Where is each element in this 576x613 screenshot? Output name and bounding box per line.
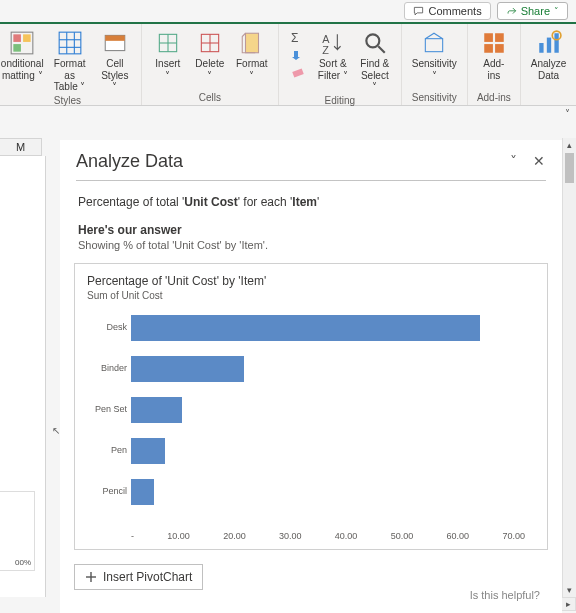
column-header-m[interactable]: M — [0, 138, 42, 156]
addins-button[interactable]: Add-ins — [474, 28, 514, 92]
worksheet-grid[interactable]: 00% — [0, 156, 46, 597]
cell-styles-icon — [102, 30, 128, 56]
svg-rect-24 — [426, 39, 443, 52]
insert-pivotchart-label: Insert PivotChart — [103, 570, 192, 584]
format-icon — [239, 30, 265, 56]
sort-filter-icon: AZ — [320, 30, 346, 56]
sort-filter-button[interactable]: AZ Sort & Filter ˅ — [313, 28, 353, 95]
bar — [131, 315, 480, 341]
vertical-scrollbar[interactable]: ▴ ▾ — [562, 138, 576, 597]
is-helpful-link[interactable]: Is this helpful? — [470, 589, 540, 601]
format-as-table-button[interactable]: Format as Table ˅ — [46, 28, 92, 95]
bar-label: Pencil — [87, 486, 127, 496]
sort-filter-label: Sort & Filter ˅ — [318, 58, 348, 81]
chart-bar-row — [131, 315, 525, 341]
group-label-cells: Cells — [199, 92, 221, 105]
bar-label: Binder — [87, 363, 127, 373]
svg-rect-26 — [495, 33, 504, 42]
conditional-formatting-button[interactable]: onditional matting ˅ — [0, 28, 44, 95]
format-button[interactable]: Format ˅ — [232, 28, 272, 92]
bar-label: Pen — [87, 445, 127, 455]
clear-button[interactable] — [289, 64, 307, 80]
chart-bar-row — [131, 438, 525, 464]
x-axis: -10.0020.0030.0040.0050.0060.0070.00 — [131, 531, 525, 541]
x-tick: 30.00 — [279, 531, 302, 541]
svg-text:Σ: Σ — [291, 32, 298, 44]
analyze-data-label: Analyze Data — [531, 58, 567, 81]
x-tick: 20.00 — [223, 531, 246, 541]
bar-label: Desk — [87, 322, 127, 332]
share-button[interactable]: Share ˅ — [497, 2, 568, 20]
find-select-label: Find & Select ˅ — [359, 58, 391, 93]
cell-styles-button[interactable]: Cell Styles ˅ — [95, 28, 135, 95]
svg-rect-2 — [23, 34, 31, 42]
svg-rect-10 — [105, 35, 125, 40]
find-icon — [362, 30, 388, 56]
x-tick: 70.00 — [502, 531, 525, 541]
svg-point-22 — [366, 34, 379, 47]
delete-icon — [197, 30, 223, 56]
chart-title: Percentage of 'Unit Cost' by 'Item' — [87, 274, 535, 288]
delete-label: Delete ˅ — [195, 58, 224, 81]
sigma-icon: Σ — [291, 32, 305, 44]
close-icon: ✕ — [533, 153, 545, 169]
analyze-data-icon — [536, 30, 562, 56]
pct-text: 00% — [15, 558, 31, 567]
chart-bar-row — [131, 397, 525, 423]
format-as-table-label: Format as Table ˅ — [50, 58, 88, 93]
comments-label: Comments — [428, 5, 481, 17]
group-label-empty — [547, 92, 550, 105]
group-label-editing: Editing — [325, 95, 356, 108]
scroll-up-button[interactable]: ▴ — [563, 138, 576, 152]
sensitivity-button[interactable]: Sensitivity ˅ — [408, 28, 461, 92]
svg-rect-29 — [539, 43, 543, 53]
insert-button[interactable]: Insert ˅ — [148, 28, 188, 92]
analyze-data-button[interactable]: Analyze Data — [527, 28, 571, 92]
svg-rect-3 — [14, 44, 22, 52]
addins-label: Add-ins — [478, 58, 510, 81]
comments-button[interactable]: Comments — [404, 2, 490, 20]
answer-heading: Here's our answer — [60, 223, 562, 239]
svg-text:Z: Z — [322, 44, 329, 56]
query-text: Percentage of total 'Unit Cost' for each… — [60, 195, 562, 223]
bar — [131, 397, 182, 423]
svg-rect-17 — [245, 33, 258, 53]
scroll-thumb[interactable] — [565, 153, 574, 183]
svg-rect-27 — [484, 44, 493, 53]
ribbon-collapse-button[interactable]: ˅ — [565, 108, 570, 119]
chart-card: Percentage of 'Unit Cost' by 'Item' Sum … — [74, 263, 548, 550]
chevron-down-icon: ˅ — [510, 153, 517, 169]
pane-close-button[interactable]: ✕ — [528, 150, 550, 172]
comment-icon — [413, 6, 424, 17]
autosum-button[interactable]: Σ — [289, 30, 307, 46]
svg-rect-30 — [546, 38, 550, 53]
ribbon: onditional matting ˅ Format as Table ˅ C… — [0, 24, 576, 106]
mouse-cursor-icon: ↖ — [52, 425, 60, 436]
q-b2: Item — [292, 195, 317, 209]
insert-pivotchart-button[interactable]: Insert PivotChart — [74, 564, 203, 590]
format-as-table-icon — [57, 30, 83, 56]
bar — [131, 438, 165, 464]
divider — [76, 180, 546, 181]
svg-rect-4 — [59, 32, 81, 54]
share-icon — [506, 6, 517, 17]
analyze-data-pane: Analyze Data ˅ ✕ Percentage of total 'Un… — [60, 140, 562, 613]
q-mid: ' for each ' — [238, 195, 293, 209]
group-label-styles: Styles — [54, 95, 81, 108]
insert-label: Insert ˅ — [155, 58, 180, 81]
svg-rect-19 — [292, 68, 303, 77]
scroll-right-button[interactable]: ▸ — [561, 599, 575, 609]
pane-minimize-button[interactable]: ˅ — [502, 150, 524, 172]
q-pre: Percentage of total ' — [78, 195, 184, 209]
floating-box: 00% — [0, 491, 35, 571]
group-label-sensitivity: Sensitivity — [412, 92, 457, 105]
eraser-icon — [291, 66, 305, 78]
scroll-down-button[interactable]: ▾ — [563, 583, 576, 597]
pane-title: Analyze Data — [76, 151, 498, 172]
format-label: Format ˅ — [236, 58, 268, 81]
svg-rect-1 — [14, 34, 22, 42]
delete-button[interactable]: Delete ˅ — [190, 28, 230, 92]
find-select-button[interactable]: Find & Select ˅ — [355, 28, 395, 95]
cell-styles-label: Cell Styles ˅ — [99, 58, 131, 93]
fill-button[interactable] — [289, 47, 307, 63]
